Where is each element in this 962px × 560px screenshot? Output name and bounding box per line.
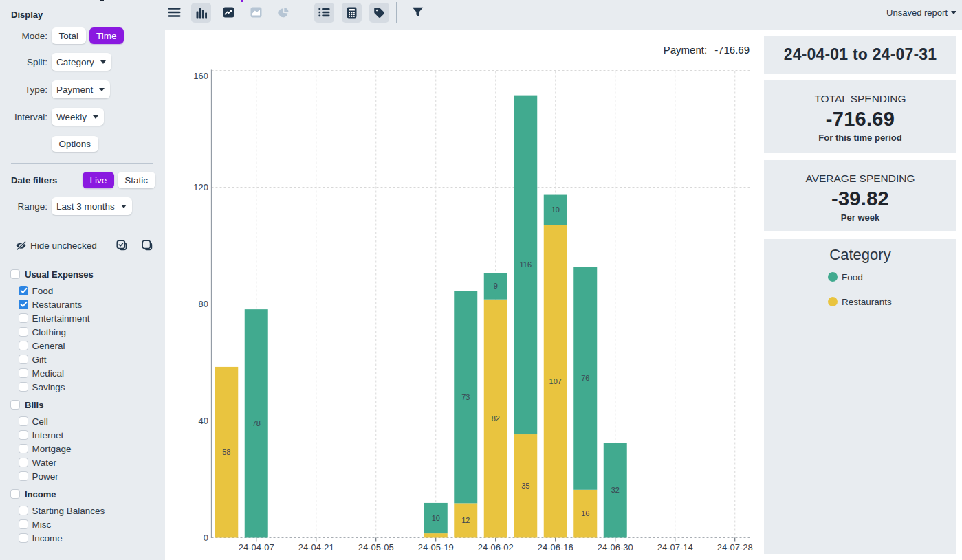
category-label: Food (32, 286, 54, 296)
svg-text:58: 58 (222, 448, 230, 456)
category-item-row: Gift (0, 352, 165, 366)
category-label: Mortgage (32, 444, 72, 454)
legend-item: Restaurants (828, 295, 956, 309)
select-all-icon[interactable] (116, 240, 127, 251)
sidebar-divider (11, 227, 153, 227)
stacked-bar-chart[interactable]: 0408012016024-04-0724-04-2124-05-0524-05… (165, 30, 756, 560)
date-range-title: 24-04-01 to 24-07-31 (784, 45, 937, 64)
category-checkbox[interactable] (19, 382, 28, 392)
hide-unchecked-row: Hide unchecked (0, 238, 165, 252)
group-label: Income (25, 489, 56, 500)
split-select[interactable]: Category (52, 53, 111, 71)
category-label: Internet (32, 430, 64, 440)
chevron-down-icon (93, 115, 98, 119)
chevron-down-icon (99, 88, 105, 91)
svg-text:24-05-19: 24-05-19 (418, 542, 454, 552)
category-checkbox[interactable] (19, 416, 28, 426)
category-checkbox[interactable] (19, 355, 28, 364)
category-checkbox[interactable] (19, 519, 28, 529)
category-label: Savings (32, 382, 65, 392)
category-checkbox[interactable] (19, 471, 28, 481)
menu-icon[interactable] (165, 3, 184, 23)
legend-card: Category FoodRestaurants (764, 239, 956, 554)
category-group-row: Usual Expenses (0, 267, 165, 281)
category-checkbox[interactable] (19, 444, 28, 453)
date-filters-title: Date filters (11, 175, 83, 186)
mode-total-button[interactable]: Total (52, 27, 86, 44)
group-checkbox[interactable] (10, 489, 20, 499)
category-item-row: Mortgage (0, 442, 165, 456)
category-checkbox[interactable] (19, 313, 28, 323)
category-label: Income (32, 533, 63, 544)
svg-text:82: 82 (492, 414, 500, 423)
labels-tag-icon[interactable] (369, 3, 389, 23)
svg-text:9: 9 (494, 282, 498, 290)
display-section-title: Display (11, 10, 43, 20)
average-spending-caption: Per week (841, 212, 879, 224)
category-checkbox[interactable] (19, 286, 28, 295)
legend-item: Food (828, 270, 956, 284)
category-checkbox[interactable] (19, 341, 28, 350)
date-static-button[interactable]: Static (118, 172, 155, 188)
donut-chart-icon (274, 3, 294, 23)
toolbar-items: Unsaved report (165, 0, 962, 25)
payment-label: Payment: (664, 44, 707, 56)
legend-list-icon[interactable] (314, 3, 334, 23)
payment-value: -716.69 (714, 44, 750, 56)
type-label: Type: (0, 85, 47, 95)
bar-chart-icon[interactable] (191, 3, 211, 23)
total-spending-title: TOTAL SPENDING (814, 93, 906, 105)
summary-panel: 24-04-01 to 24-07-31 TOTAL SPENDING -716… (756, 30, 962, 560)
category-group-row: Income (0, 487, 165, 501)
group-checkbox[interactable] (10, 269, 20, 279)
range-label: Range: (0, 201, 47, 212)
svg-text:32: 32 (611, 486, 620, 494)
category-checkbox[interactable] (19, 458, 28, 467)
category-checkbox[interactable] (19, 533, 28, 543)
split-label: Split: (0, 57, 47, 67)
category-checkbox[interactable] (19, 327, 28, 337)
category-item-row: Savings (0, 380, 165, 394)
svg-text:78: 78 (252, 419, 261, 427)
options-button[interactable]: Options (52, 136, 98, 152)
date-live-button[interactable]: Live (83, 172, 114, 188)
legend-label: Restaurants (842, 297, 892, 307)
category-checkbox[interactable] (19, 506, 28, 515)
category-label: Medical (32, 368, 65, 379)
report-menu-button[interactable]: Unsaved report (886, 8, 956, 18)
category-label: Gift (32, 355, 47, 365)
category-item-row: Internet (0, 428, 165, 442)
category-checkbox[interactable] (19, 368, 28, 378)
category-checkbox[interactable] (19, 300, 28, 309)
mode-time-button[interactable]: Time (89, 27, 124, 44)
category-item-row: Water (0, 456, 165, 469)
summary-calculator-icon[interactable] (342, 3, 362, 23)
category-checkbox[interactable] (19, 430, 28, 440)
eye-off-icon (15, 240, 27, 251)
mode-label: Mode: (0, 31, 47, 41)
category-item-row: Starting Balances (0, 504, 165, 517)
svg-text:24-07-28: 24-07-28 (717, 542, 753, 552)
deselect-all-icon[interactable] (142, 240, 153, 251)
page-title-remnant-purple (241, 0, 243, 2)
range-select[interactable]: Last 3 months (52, 197, 132, 215)
toolbar-divider (396, 2, 397, 23)
svg-text:24-05-05: 24-05-05 (358, 542, 394, 552)
category-item-row: Entertainment (0, 311, 165, 325)
chart-area: Payment:-716.69 0408012016024-04-0724-04… (165, 30, 756, 560)
svg-text:24-04-21: 24-04-21 (298, 542, 334, 552)
category-item-row: Clothing (0, 325, 165, 339)
category-filter-list: Usual ExpensesFoodRestaurantsEntertainme… (0, 267, 165, 545)
type-select[interactable]: Payment (52, 80, 110, 98)
svg-text:116: 116 (519, 260, 532, 269)
line-chart-icon[interactable] (219, 3, 239, 23)
category-label: Power (32, 471, 58, 482)
group-checkbox[interactable] (10, 400, 20, 410)
interval-select[interactable]: Weekly (52, 108, 104, 126)
category-item-row: Medical (0, 366, 165, 380)
svg-text:160: 160 (193, 71, 208, 81)
range-row: Range: Last 3 months (0, 197, 165, 215)
category-label: Clothing (32, 327, 67, 337)
filter-icon[interactable] (408, 3, 428, 23)
payment-total: Payment:-716.69 (664, 44, 750, 56)
